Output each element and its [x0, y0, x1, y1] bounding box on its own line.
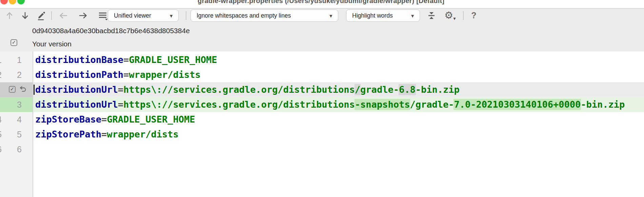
property-key: distributionPath [35, 69, 123, 80]
diff-row: 66 [0, 142, 644, 157]
toolbar-separator [463, 11, 464, 20]
window-title: gradle-wrapper.properties (/Users/yusuke… [198, 0, 444, 5]
equals-sign: = [123, 69, 129, 80]
next-difference-button[interactable] [18, 8, 32, 22]
property-value: wrapper/dists [129, 69, 200, 80]
commit-hash: 0d940308a4a60e30bacbd18c7b6e4638d805384e [32, 27, 190, 35]
line-number: 2 [12, 67, 22, 82]
equals-sign: = [101, 114, 107, 125]
gutter-band [0, 82, 33, 97]
code-line[interactable]: distributionUrl=https\://services.gradle… [33, 97, 644, 112]
collapse-unchanged-icon [427, 10, 436, 21]
down-arrow-icon [20, 11, 30, 20]
your-version-checkbox[interactable] [11, 39, 17, 46]
gutter-divider [33, 51, 33, 197]
property-key: distributionUrl [35, 99, 118, 110]
property-value: GRADLE_USER_HOME [107, 114, 195, 125]
diff-row: 11distributionBase=GRADLE_USER_HOME [0, 52, 644, 67]
chevron-down-icon: ▼ [452, 16, 457, 21]
old-line-number: 5 [0, 127, 2, 142]
your-version-label: Your version [32, 40, 72, 48]
line-number: 6 [12, 142, 22, 157]
revert-icon [18, 85, 27, 94]
property-key: zipStoreBase [35, 114, 101, 125]
code-line[interactable] [33, 142, 644, 157]
code-line[interactable]: zipStorePath=wrapper/dists [33, 127, 644, 142]
diff-header: 0d940308a4a60e30bacbd18c7b6e4638d805384e… [0, 22, 644, 51]
old-line-number: 2 [0, 67, 2, 82]
pencil-icon [36, 10, 46, 21]
minimize-window-icon[interactable] [9, 0, 16, 4]
property-value: wrapper/dists [107, 129, 178, 139]
equals-sign: = [123, 54, 129, 65]
property-key: distributionBase [35, 54, 123, 65]
help-icon: ? [471, 10, 476, 20]
chevron-down-icon: ▼ [410, 13, 415, 19]
code-line[interactable]: distributionPath=wrapper/dists [33, 67, 644, 82]
previous-difference-button[interactable] [3, 8, 16, 22]
old-line-number: 6 [0, 142, 2, 157]
line-number: 4 [12, 112, 22, 127]
code-line[interactable]: zipStoreBase=GRADLE_USER_HOME [33, 112, 644, 127]
right-arrow-icon [78, 11, 88, 20]
line-number: 1 [12, 52, 22, 67]
close-window-icon[interactable] [0, 0, 8, 4]
settings-button[interactable]: ⚙ ▼ [443, 8, 459, 22]
up-arrow-icon [5, 11, 14, 20]
highlight-mode-select[interactable]: Highlight words ▼ [346, 9, 420, 22]
forward-button[interactable] [76, 8, 90, 22]
revert-change-button[interactable] [18, 85, 27, 94]
property-value: GRADLE_USER_HOME [129, 54, 217, 65]
gear-icon: ⚙ [444, 10, 453, 20]
diff-window: gradle-wrapper.properties (/Users/yusuke… [0, 0, 644, 197]
diff-lines: 11distributionBase=GRADLE_USER_HOME22dis… [0, 52, 644, 157]
left-arrow-icon [58, 11, 68, 20]
equals-sign: = [101, 129, 107, 139]
zoom-window-icon[interactable] [17, 0, 25, 4]
whitespace-policy-value: Ignore whitespaces and empty lines [197, 12, 291, 19]
equals-sign: = [118, 99, 123, 110]
help-button[interactable]: ? [467, 8, 481, 22]
property-value: https\://services.gradle.org/distributio… [123, 99, 625, 110]
whitespace-policy-select[interactable]: Ignore whitespaces and empty lines ▼ [190, 9, 338, 22]
equals-sign: = [118, 84, 123, 95]
diff-row: 3distributionUrl=https\://services.gradl… [0, 97, 644, 112]
collapse-unchanged-button[interactable] [424, 8, 439, 22]
version-row: Your version [0, 39, 644, 49]
viewer-mode-value: Unified viewer [114, 12, 151, 19]
hamburger-menu-icon [98, 10, 108, 21]
highlight-mode-value: Highlight words [352, 12, 393, 19]
property-key: distributionUrl [35, 84, 118, 95]
apply-change-checkbox[interactable] [9, 86, 16, 93]
diff-row: distributionUrl=https\://services.gradle… [0, 82, 644, 97]
diff-editor[interactable]: 11distributionBase=GRADLE_USER_HOME22dis… [0, 51, 644, 197]
code-line[interactable]: distributionUrl=https\://services.gradle… [33, 82, 644, 97]
old-line-number: 1 [0, 52, 2, 67]
diff-row: 55zipStorePath=wrapper/dists [0, 127, 644, 142]
titlebar: gradle-wrapper.properties (/Users/yusuke… [0, 0, 644, 8]
old-line-number: 4 [0, 112, 2, 127]
code-line[interactable]: distributionBase=GRADLE_USER_HOME [33, 52, 644, 67]
diff-row: 22distributionPath=wrapper/dists [0, 67, 644, 82]
edit-source-button[interactable] [34, 8, 48, 22]
property-key: zipStorePath [35, 129, 101, 139]
line-number: 5 [12, 127, 22, 142]
text-caret [34, 85, 35, 95]
chevron-down-icon: ▼ [169, 13, 174, 19]
toolbar-separator [51, 11, 52, 20]
line-number: 3 [12, 97, 22, 112]
viewer-mode-select[interactable]: Unified viewer ▼ [108, 9, 179, 22]
toolbar-separator [186, 11, 186, 20]
diff-toolbar: Unified viewer ▼ Ignore whitespaces and … [0, 8, 644, 22]
property-value: https\://services.gradle.org/distributio… [123, 84, 460, 95]
back-button[interactable] [56, 8, 71, 22]
chevron-down-icon: ▼ [328, 13, 333, 19]
diff-row: 44zipStoreBase=GRADLE_USER_HOME [0, 112, 644, 127]
